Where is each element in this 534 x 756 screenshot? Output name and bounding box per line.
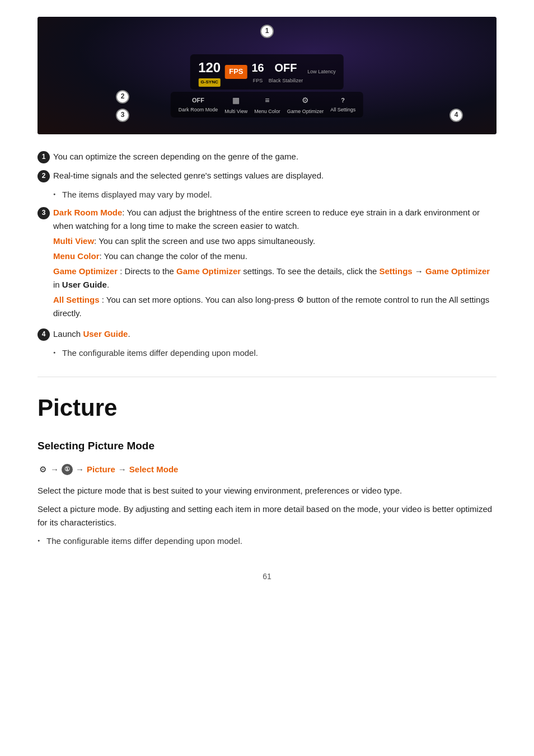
body-text-2: Select a picture mode. By adjusting and … bbox=[38, 503, 496, 530]
launch-text: Launch bbox=[53, 329, 81, 339]
period-3: . bbox=[107, 280, 109, 289]
hud-bottom-row: OFF Dark Room Mode ▦ Multi View ≡ Menu C… bbox=[171, 92, 363, 118]
settings-link: Settings bbox=[380, 266, 413, 276]
all-settings-val: ? bbox=[341, 96, 345, 106]
dark-room-label: Dark Room Mode bbox=[53, 208, 122, 217]
hud-bar: 120 G-SYNC FPS 16 FPS OFF Black Stabiliz… bbox=[171, 54, 363, 118]
game-optimizer-link2: Game Optimizer bbox=[425, 266, 490, 276]
user-guide-link-3: User Guide bbox=[62, 280, 107, 289]
menu-color-icon: ≡ bbox=[265, 94, 269, 106]
screenshot-inner: 120 G-SYNC FPS 16 FPS OFF Black Stabiliz… bbox=[38, 17, 496, 134]
multi-view-label: Multi View bbox=[53, 236, 94, 246]
nav-picture-link[interactable]: Picture bbox=[87, 463, 115, 476]
item-1-text: You can optimize the screen depending on… bbox=[53, 150, 496, 163]
hud-menu-color: ≡ Menu Color bbox=[254, 94, 280, 115]
game-optimizer-text2: settings. To see the details, click the bbox=[243, 266, 379, 276]
dark-room-val: OFF bbox=[192, 96, 204, 106]
bullet-item-3: The configurable items differ depending … bbox=[38, 534, 496, 548]
badge-num-4: 4 bbox=[38, 328, 50, 341]
item-2-text: Real-time signals and the selected genre… bbox=[53, 169, 496, 182]
black-stabilizer-label: Black Stabilizer bbox=[269, 77, 303, 84]
bullet-list-3: The configurable items differ depending … bbox=[38, 534, 496, 548]
fps-count-label: FPS bbox=[253, 77, 263, 84]
sub-heading: Selecting Picture Mode bbox=[38, 438, 496, 454]
hud-all-settings: ? All Settings bbox=[330, 96, 355, 114]
low-latency-label: Low Latency bbox=[307, 68, 336, 76]
bullet-list-1: The items displayed may vary by model. bbox=[53, 188, 496, 201]
badge-num-2: 2 bbox=[38, 170, 50, 182]
bullet-list-2: The configurable items differ depending … bbox=[53, 346, 496, 360]
numbered-item-1: 1 You can optimize the screen depending … bbox=[38, 150, 496, 163]
nav-select-mode-link[interactable]: Select Mode bbox=[129, 463, 179, 476]
arrow-symbol: → bbox=[415, 266, 425, 276]
screenshot-badge-1: 1 bbox=[260, 25, 274, 38]
multi-view-item: Multi View: You can split the screen and… bbox=[53, 234, 496, 248]
numbered-item-3: 3 Dark Room Mode: You can adjust the bri… bbox=[38, 206, 496, 322]
game-optimizer-link: Game Optimizer bbox=[176, 266, 241, 276]
game-optimizer-text: : Directs to the bbox=[120, 266, 176, 276]
user-guide-link-4: User Guide bbox=[83, 329, 128, 339]
screenshot-badge-4: 4 bbox=[449, 109, 463, 122]
nav-arrow-3: → bbox=[118, 463, 127, 476]
fps-badge: FPS bbox=[225, 65, 247, 79]
hud-game-optimizer: ⚙ Game Optimizer bbox=[287, 94, 324, 115]
off-group: OFF Black Stabilizer bbox=[269, 59, 303, 84]
nav-num-icon: ① bbox=[62, 464, 73, 475]
nav-arrow-2: → bbox=[76, 463, 84, 476]
screenshot-badge-3: 3 bbox=[116, 109, 129, 122]
nav-arrow-1: → bbox=[50, 463, 59, 476]
badge-num-3: 3 bbox=[38, 207, 50, 219]
multi-view-lbl: Multi View bbox=[224, 107, 247, 115]
bullet-item-2: The configurable items differ depending … bbox=[53, 346, 496, 360]
body-text-1: Select the picture mode that is best sui… bbox=[38, 484, 496, 498]
in-text: in bbox=[53, 280, 62, 289]
item-4-text: Launch User Guide. bbox=[53, 327, 496, 341]
multi-view-icon: ▦ bbox=[232, 94, 240, 106]
all-settings-lbl: All Settings bbox=[330, 106, 355, 114]
page-wrapper: 120 G-SYNC FPS 16 FPS OFF Black Stabiliz… bbox=[0, 0, 534, 616]
numbered-item-4: 4 Launch User Guide. bbox=[38, 327, 496, 341]
all-settings-label: All Settings bbox=[53, 295, 100, 304]
nav-gear-icon: ⚙ bbox=[38, 464, 48, 475]
off-label: OFF bbox=[275, 59, 297, 77]
hud-top-row: 120 G-SYNC FPS 16 FPS OFF Black Stabiliz… bbox=[190, 54, 344, 90]
fps-number: 120 bbox=[198, 57, 221, 78]
menu-color-lbl: Menu Color bbox=[254, 107, 280, 115]
game-optimizer-item: Game Optimizer : Directs to the Game Opt… bbox=[53, 265, 496, 292]
content-section: 1 You can optimize the screen depending … bbox=[38, 150, 496, 583]
multi-view-text: : You can split the screen and use two a… bbox=[94, 236, 315, 246]
menu-color-item: Menu Color: You can change the color of … bbox=[53, 250, 496, 263]
all-settings-text: : You can set more options. You can also… bbox=[102, 295, 297, 304]
menu-color-label: Menu Color bbox=[53, 251, 100, 261]
game-optimizer-lbl: Game Optimizer bbox=[287, 107, 324, 115]
page-number: 61 bbox=[38, 570, 496, 583]
bullet-item-1: The items displayed may vary by model. bbox=[53, 188, 496, 201]
game-optimizer-label: Game Optimizer bbox=[53, 266, 118, 276]
fps-value-group: 120 G-SYNC bbox=[198, 57, 221, 87]
hud-dark-room: OFF Dark Room Mode bbox=[179, 96, 218, 114]
game-optimizer-icon: ⚙ bbox=[302, 94, 309, 106]
nav-path: ⚙ → ① → Picture → Select Mode bbox=[38, 463, 496, 476]
menu-color-text: : You can change the color of the menu. bbox=[100, 251, 247, 261]
section-divider bbox=[38, 377, 496, 377]
period-4: . bbox=[128, 329, 130, 339]
fps-count: 16 bbox=[252, 59, 264, 77]
gear-icon-inline: ⚙ bbox=[297, 293, 304, 307]
gsync-badge: G-SYNC bbox=[199, 78, 221, 87]
badge-num-1: 1 bbox=[38, 151, 50, 163]
dark-room-lbl: Dark Room Mode bbox=[179, 106, 218, 114]
hud-multi-view: ▦ Multi View bbox=[224, 94, 247, 115]
all-settings-item: All Settings : You can set more options.… bbox=[53, 293, 496, 320]
dark-room-item: Dark Room Mode: You can adjust the brigh… bbox=[53, 206, 496, 233]
screenshot-container: 120 G-SYNC FPS 16 FPS OFF Black Stabiliz… bbox=[38, 17, 496, 134]
screenshot-badge-2: 2 bbox=[116, 90, 129, 104]
numbered-item-2: 2 Real-time signals and the selected gen… bbox=[38, 169, 496, 182]
picture-heading: Picture bbox=[38, 394, 496, 422]
item-3-content: Dark Room Mode: You can adjust the brigh… bbox=[53, 206, 496, 322]
fps-count-group: 16 FPS bbox=[252, 59, 264, 84]
